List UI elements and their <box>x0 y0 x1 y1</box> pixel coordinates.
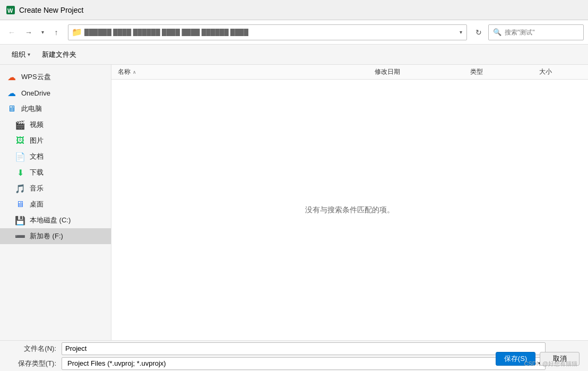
sort-arrow-icon: ∧ <box>133 70 136 75</box>
window-title: Create New Project <box>19 6 83 14</box>
toolbar: 组织 ▾ 新建文件夹 <box>0 45 588 65</box>
address-bar[interactable]: 📁 ██████ ████ ██████ ████ ████ ██████ ██… <box>68 24 467 40</box>
watermark-text: CSDN @好想有猫猫 <box>524 360 577 367</box>
documents-icon: 📄 <box>15 151 25 162</box>
sidebar-item-music[interactable]: 🎵 音乐 <box>0 180 111 196</box>
sidebar-item-videos-label: 视频 <box>30 120 44 130</box>
new-folder-button[interactable]: 新建文件夹 <box>37 48 82 62</box>
sidebar-item-docs-label: 文档 <box>30 152 44 161</box>
back-icon: ← <box>8 28 15 37</box>
sidebar-item-drive-c[interactable]: 💾 本地磁盘 (C:) <box>0 212 111 228</box>
history-dropdown-button[interactable]: ▾ <box>38 25 47 40</box>
address-text: ██████ ████ ██████ ████ ████ ██████ ████ <box>84 29 456 36</box>
title-bar: W Create New Project <box>0 0 588 20</box>
main-area: ☁ WPS云盘 ☁ OneDrive 🖥 此电脑 🎬 视频 🖼 图片 📄 文档 … <box>0 65 588 340</box>
download-icon: ⬇ <box>15 167 25 178</box>
drive-f-icon: ➖ <box>15 231 25 241</box>
sidebar-item-downloads[interactable]: ⬇ 下载 <box>0 165 111 180</box>
column-type-label: 类型 <box>470 68 483 75</box>
sidebar-item-thispc[interactable]: 🖥 此电脑 <box>0 101 111 117</box>
file-empty-message: 没有与搜索条件匹配的项。 <box>111 80 588 340</box>
search-bar[interactable]: 🔍 <box>488 24 584 40</box>
file-area: 名称 ∧ 修改日期 类型 大小 没有与搜索条件匹配的项。 <box>111 65 588 340</box>
wps-cloud-icon: ☁ <box>6 72 17 82</box>
filename-input[interactable] <box>62 342 546 355</box>
sidebar-item-docs[interactable]: 📄 文档 <box>0 149 111 165</box>
folder-icon: 📁 <box>72 27 82 37</box>
search-input[interactable] <box>505 29 584 36</box>
empty-message-text: 没有与搜索条件匹配的项。 <box>305 205 394 215</box>
image-icon: 🖼 <box>15 135 25 146</box>
search-icon: 🔍 <box>493 28 501 36</box>
sidebar-item-wps-label: WPS云盘 <box>21 72 51 82</box>
column-size[interactable]: 大小 <box>539 67 582 76</box>
forward-button[interactable]: → <box>21 25 36 40</box>
column-date-label: 修改日期 <box>375 68 400 75</box>
filetype-label: 保存类型(T): <box>8 359 56 368</box>
sidebar: ☁ WPS云盘 ☁ OneDrive 🖥 此电脑 🎬 视频 🖼 图片 📄 文档 … <box>0 65 111 340</box>
filetype-row: 保存类型(T): Project Files (*.uvproj; *.uvpr… <box>8 357 546 370</box>
column-type[interactable]: 类型 <box>470 67 539 76</box>
forward-icon: → <box>25 28 32 37</box>
bottom-bar: 文件名(N): 保存类型(T): Project Files (*.uvproj… <box>0 340 588 371</box>
watermark: CSDN @好想有猫猫 <box>524 360 577 368</box>
organize-label: 组织 <box>12 50 25 59</box>
onedrive-icon: ☁ <box>6 88 17 98</box>
filetype-select[interactable]: Project Files (*.uvproj; *.uvprojx) <box>62 357 546 370</box>
column-name-label: 名称 <box>118 67 131 76</box>
filename-row: 文件名(N): <box>8 342 546 355</box>
sidebar-item-drive-f-label: 新加卷 (F:) <box>30 231 63 241</box>
sidebar-item-videos[interactable]: 🎬 视频 <box>0 117 111 133</box>
sidebar-item-images-label: 图片 <box>30 136 44 145</box>
column-name[interactable]: 名称 ∧ <box>118 67 375 76</box>
sidebar-item-drive-c-label: 本地磁盘 (C:) <box>30 215 71 225</box>
video-icon: 🎬 <box>15 119 25 130</box>
sidebar-item-onedrive-label: OneDrive <box>21 89 50 97</box>
back-button[interactable]: ← <box>4 25 19 40</box>
sidebar-item-downloads-label: 下载 <box>30 168 44 177</box>
file-list-header: 名称 ∧ 修改日期 类型 大小 <box>111 65 588 80</box>
sidebar-item-thispc-label: 此电脑 <box>21 104 42 114</box>
sidebar-item-desktop[interactable]: 🖥 桌面 <box>0 196 111 212</box>
sidebar-item-onedrive[interactable]: ☁ OneDrive <box>0 85 111 101</box>
address-dropdown-icon[interactable]: ▾ <box>459 28 463 36</box>
sidebar-item-desktop-label: 桌面 <box>30 200 44 209</box>
music-icon: 🎵 <box>15 183 25 194</box>
filename-label: 文件名(N): <box>8 344 56 353</box>
column-date[interactable]: 修改日期 <box>375 67 470 76</box>
nav-bar: ← → ▾ ↑ 📁 ██████ ████ ██████ ████ ████ █… <box>0 20 588 45</box>
refresh-icon: ↻ <box>475 28 482 37</box>
svg-text:W: W <box>7 7 13 14</box>
sidebar-item-drive-f[interactable]: ➖ 新加卷 (F:) <box>0 228 111 244</box>
up-icon: ↑ <box>55 28 58 37</box>
organize-dropdown-icon: ▾ <box>28 51 30 57</box>
sidebar-item-images[interactable]: 🖼 图片 <box>0 133 111 149</box>
computer-icon: 🖥 <box>6 103 17 114</box>
refresh-button[interactable]: ↻ <box>471 25 486 40</box>
new-folder-label: 新建文件夹 <box>42 50 76 59</box>
column-size-label: 大小 <box>539 68 552 75</box>
sidebar-item-wps[interactable]: ☁ WPS云盘 <box>0 69 111 85</box>
dropdown-icon: ▾ <box>41 29 44 35</box>
organize-button[interactable]: 组织 ▾ <box>6 48 36 62</box>
up-button[interactable]: ↑ <box>49 25 64 40</box>
sidebar-item-music-label: 音乐 <box>30 184 44 193</box>
app-icon: W <box>5 5 16 15</box>
desktop-icon: 🖥 <box>15 199 25 210</box>
drive-c-icon: 💾 <box>15 215 25 226</box>
